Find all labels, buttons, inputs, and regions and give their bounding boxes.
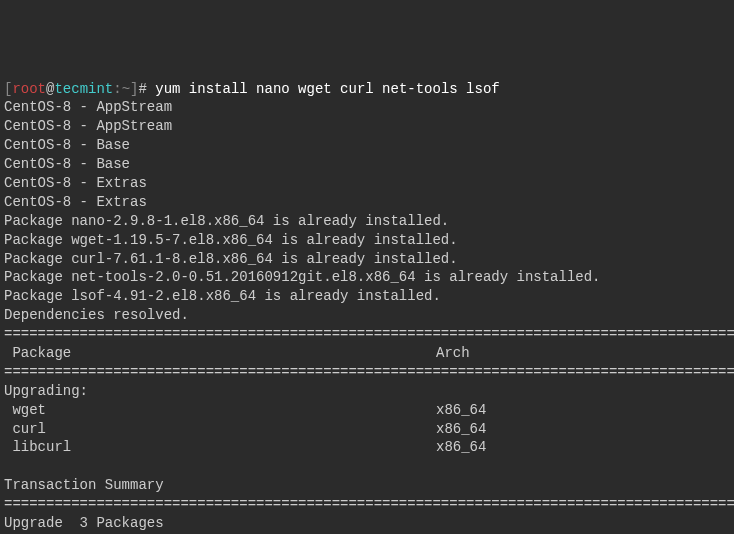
pkg-name: curl: [4, 420, 436, 439]
repo-line: CentOS-8 - Base: [4, 137, 130, 153]
prompt-line: [root@tecmint:~]# yum install nano wget …: [4, 81, 500, 97]
separator-line: ========================================…: [4, 496, 734, 512]
upgrade-row: libcurlx86_64: [4, 439, 486, 455]
installed-line: Package net-tools-2.0-0.51.20160912git.e…: [4, 269, 601, 285]
prompt-user: root: [12, 81, 46, 97]
upgrading-label: Upgrading:: [4, 383, 88, 399]
repo-line: CentOS-8 - Extras: [4, 194, 147, 210]
repo-line: CentOS-8 - AppStream: [4, 99, 172, 115]
command-input: yum install nano wget curl net-tools lso…: [155, 81, 499, 97]
deps-resolved: Dependencies resolved.: [4, 307, 189, 323]
transaction-summary: Transaction Summary: [4, 477, 164, 493]
installed-line: Package wget-1.19.5-7.el8.x86_64 is alre…: [4, 232, 458, 248]
col-package-header: Package: [4, 344, 436, 363]
upgrade-count: Upgrade 3 Packages: [4, 515, 164, 531]
pkg-arch: x86_64: [436, 439, 486, 455]
table-header: PackageArch: [4, 345, 470, 361]
pkg-arch: x86_64: [436, 402, 486, 418]
pkg-name: wget: [4, 401, 436, 420]
terminal[interactable]: [root@tecmint:~]# yum install nano wget …: [4, 80, 730, 534]
col-arch-header: Arch: [436, 345, 470, 361]
separator-line: ========================================…: [4, 364, 734, 380]
installed-line: Package lsof-4.91-2.el8.x86_64 is alread…: [4, 288, 441, 304]
prompt-host: tecmint: [54, 81, 113, 97]
installed-line: Package nano-2.9.8-1.el8.x86_64 is alrea…: [4, 213, 449, 229]
upgrade-row: curlx86_64: [4, 421, 486, 437]
repo-line: CentOS-8 - Base: [4, 156, 130, 172]
separator-line: ========================================…: [4, 326, 734, 342]
prompt-hash: #: [138, 81, 155, 97]
upgrade-row: wgetx86_64: [4, 402, 486, 418]
repo-line: CentOS-8 - AppStream: [4, 118, 172, 134]
repo-line: CentOS-8 - Extras: [4, 175, 147, 191]
installed-line: Package curl-7.61.1-8.el8.x86_64 is alre…: [4, 251, 458, 267]
pkg-arch: x86_64: [436, 421, 486, 437]
pkg-name: libcurl: [4, 438, 436, 457]
prompt-path: :~: [113, 81, 130, 97]
